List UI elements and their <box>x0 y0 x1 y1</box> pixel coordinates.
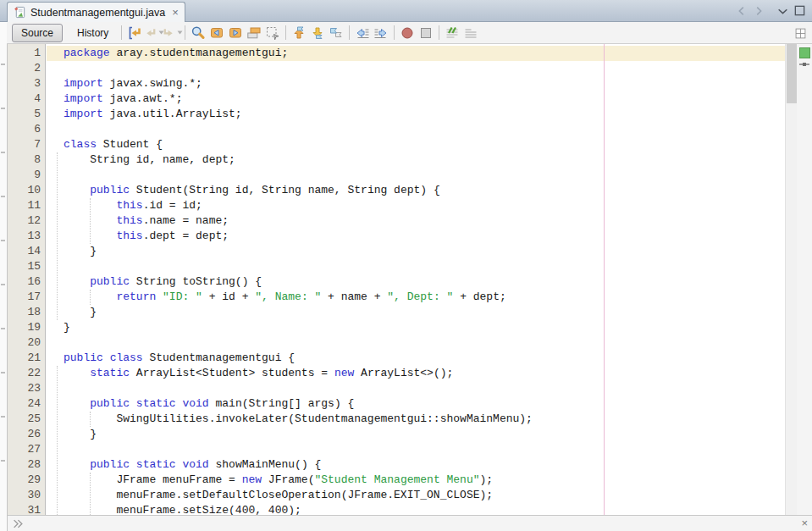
back-button[interactable] <box>144 24 163 42</box>
code-line[interactable]: public class Studentmanagementgui { <box>47 351 785 366</box>
code-line[interactable]: this.name = name; <box>47 213 785 229</box>
close-breadcrumb-icon[interactable]: × <box>801 518 808 528</box>
breadcrumb-bar: × <box>8 515 812 531</box>
last-edit-button[interactable] <box>125 24 144 42</box>
scrollbar-thumb[interactable] <box>787 44 797 103</box>
line-number: 26 <box>8 427 45 442</box>
code-line[interactable]: } <box>47 305 785 320</box>
code-line[interactable]: public String toString() { <box>47 274 785 290</box>
line-number: 14 <box>8 244 45 259</box>
code-line-current[interactable]: package aray.studentmanagementgui; <box>47 46 785 61</box>
previous-bookmark-button[interactable] <box>290 24 308 42</box>
shift-line-left-button[interactable] <box>353 24 372 42</box>
code-editor: 1234567891011121314151617181920212223242… <box>8 44 812 515</box>
code-line[interactable]: SwingUtilities.invokeLater(Studentmanage… <box>47 412 785 427</box>
code-line[interactable] <box>47 259 785 274</box>
maximize-window-button[interactable] <box>791 3 808 19</box>
start-macro-recording-button[interactable] <box>398 24 417 42</box>
code-line[interactable]: public static void showMainMenu() { <box>47 457 785 473</box>
code-line[interactable] <box>47 335 785 351</box>
line-number: 13 <box>8 229 45 244</box>
collapsed-sidebar-strip <box>0 22 8 531</box>
code-lines: package aray.studentmanagementgui;import… <box>47 44 785 515</box>
find-next-occurrence-icon <box>228 25 243 41</box>
line-number: 10 <box>8 183 45 198</box>
tab-close-icon[interactable]: × <box>172 8 179 17</box>
code-line[interactable]: import javax.swing.*; <box>47 76 785 91</box>
tab-studentmanagementgui[interactable]: Studentmanagementgui.java × <box>7 2 185 22</box>
no-errors-badge[interactable] <box>799 47 810 58</box>
uncomment-button[interactable] <box>461 24 480 42</box>
code-line[interactable] <box>47 61 785 76</box>
code-line[interactable]: public static void main(String[] args) { <box>47 396 785 412</box>
right-margin-guide <box>604 44 605 515</box>
line-number: 17 <box>8 290 45 305</box>
uncomment-icon <box>463 25 478 41</box>
tab-list-dropdown-button[interactable] <box>774 3 791 19</box>
forward-button[interactable] <box>163 24 181 42</box>
line-number: 11 <box>8 198 45 213</box>
history-view-button[interactable]: History <box>68 24 118 42</box>
tab-label: Studentmanagementgui.java <box>30 7 165 19</box>
toggle-bookmark-icon <box>329 25 344 41</box>
code-line[interactable] <box>47 168 785 183</box>
forward-icon <box>162 25 176 40</box>
toggle-highlight-search-icon <box>246 25 262 41</box>
line-number: 23 <box>8 381 45 396</box>
vertical-scrollbar[interactable] <box>785 44 797 515</box>
code-line[interactable]: menuFrame.setSize(400, 400); <box>47 503 785 515</box>
line-number: 21 <box>8 351 45 366</box>
toolbar-separator <box>185 25 185 40</box>
comment-button[interactable] <box>443 24 461 42</box>
line-number: 22 <box>8 366 45 381</box>
stop-macro-recording-button[interactable] <box>417 24 435 42</box>
code-line[interactable]: menuFrame.setDefaultCloseOperation(JFram… <box>47 488 785 503</box>
next-bookmark-button[interactable] <box>308 24 327 42</box>
code-line[interactable]: } <box>47 427 785 442</box>
line-number: 2 <box>8 61 45 76</box>
source-view-button[interactable]: Source <box>12 24 63 42</box>
forward-dropdown-icon[interactable] <box>177 30 183 35</box>
split-document-icon <box>794 27 807 40</box>
code-line[interactable]: return "ID: " + id + ", Name: " + name +… <box>47 290 785 305</box>
code-line[interactable]: String id, name, dept; <box>47 152 785 168</box>
code-line[interactable]: public Student(String id, String name, S… <box>47 183 785 198</box>
code-line[interactable]: this.id = id; <box>47 198 785 213</box>
code-line[interactable] <box>47 442 785 457</box>
last-edit-icon <box>127 25 142 41</box>
code-line[interactable]: class Student { <box>47 137 785 152</box>
caret-position-mark[interactable] <box>799 64 809 65</box>
code-line[interactable]: } <box>47 320 785 335</box>
scroll-tabs-left-icon <box>736 5 748 17</box>
shift-line-right-button[interactable] <box>372 24 390 42</box>
toggle-highlight-search-button[interactable] <box>245 24 263 42</box>
find-previous-occurrence-icon <box>209 25 224 41</box>
toggle-rectangular-selection-button[interactable] <box>263 24 282 42</box>
indent-guide <box>90 198 91 244</box>
code-area[interactable]: package aray.studentmanagementgui;import… <box>47 44 785 515</box>
code-line[interactable]: } <box>47 244 785 259</box>
toggle-bookmark-button[interactable] <box>327 24 345 42</box>
code-line[interactable]: this.dept = dept; <box>47 229 785 244</box>
indent-guide <box>57 152 58 320</box>
expand-chevrons-icon[interactable] <box>12 518 24 529</box>
find-next-occurrence-button[interactable] <box>226 24 245 42</box>
find-selection-button[interactable] <box>189 24 207 42</box>
code-line[interactable] <box>47 122 785 137</box>
toggle-rectangular-selection-icon <box>265 25 280 41</box>
line-number: 12 <box>8 213 45 229</box>
code-line[interactable]: import java.util.ArrayList; <box>47 107 785 122</box>
line-number: 15 <box>8 259 45 274</box>
code-line[interactable]: static ArrayList<Student> students = new… <box>47 366 785 381</box>
find-previous-occurrence-button[interactable] <box>207 24 226 42</box>
split-document-button[interactable] <box>793 25 808 41</box>
code-line[interactable]: JFrame menuFrame = new JFrame("Student M… <box>47 473 785 488</box>
scroll-tabs-left-button[interactable] <box>733 3 750 19</box>
code-line[interactable]: import java.awt.*; <box>47 91 785 107</box>
scroll-tabs-right-button[interactable] <box>750 3 767 19</box>
code-line[interactable] <box>47 381 785 396</box>
line-number: 30 <box>8 488 45 503</box>
toolbar-separator <box>439 25 439 40</box>
line-number: 16 <box>8 274 45 290</box>
line-number: 8 <box>8 152 45 168</box>
